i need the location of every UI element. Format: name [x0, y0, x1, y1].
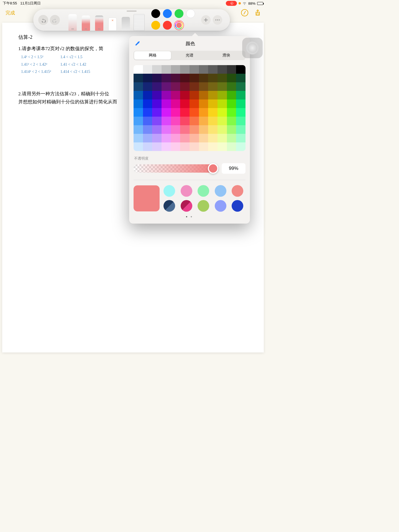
- grid-cell[interactable]: [199, 134, 208, 142]
- grid-cell[interactable]: [152, 134, 162, 142]
- grid-cell[interactable]: [180, 142, 190, 151]
- preset-swatch[interactable]: [198, 185, 209, 197]
- lasso-tool[interactable]: [120, 9, 131, 31]
- grid-cell[interactable]: [218, 99, 227, 108]
- grid-cell[interactable]: [208, 99, 218, 108]
- preset-swatch[interactable]: [181, 185, 192, 197]
- grid-cell[interactable]: [134, 125, 143, 134]
- grid-cell[interactable]: [134, 117, 143, 125]
- grid-cell[interactable]: [143, 142, 152, 151]
- opacity-slider-knob[interactable]: [208, 163, 218, 174]
- grid-cell[interactable]: [199, 125, 208, 134]
- grid-cell[interactable]: [180, 65, 190, 74]
- eraser-tool[interactable]: [107, 9, 118, 31]
- grid-cell[interactable]: [162, 117, 171, 125]
- grid-cell[interactable]: [143, 108, 152, 117]
- grid-cell[interactable]: [143, 117, 152, 125]
- grid-cell[interactable]: [236, 99, 245, 108]
- grid-cell[interactable]: [152, 91, 162, 99]
- grid-cell[interactable]: [236, 74, 245, 82]
- grid-cell[interactable]: [218, 82, 227, 91]
- grid-cell[interactable]: [162, 99, 171, 108]
- grid-cell[interactable]: [134, 91, 143, 99]
- grid-cell[interactable]: [134, 134, 143, 142]
- grid-cell[interactable]: [208, 82, 218, 91]
- grid-cell[interactable]: [171, 125, 180, 134]
- tab-sliders[interactable]: 滑块: [208, 51, 245, 60]
- grid-cell[interactable]: [190, 91, 199, 99]
- grid-cell[interactable]: [227, 125, 236, 134]
- grid-cell[interactable]: [218, 125, 227, 134]
- grid-cell[interactable]: [208, 134, 218, 142]
- grid-cell[interactable]: [162, 134, 171, 142]
- preset-swatch[interactable]: [163, 200, 175, 212]
- grid-cell[interactable]: [199, 117, 208, 125]
- grid-cell[interactable]: [218, 91, 227, 99]
- grid-cell[interactable]: [208, 142, 218, 151]
- grid-cell[interactable]: [171, 82, 180, 91]
- page-dots[interactable]: ● ●: [134, 215, 245, 218]
- grid-cell[interactable]: [227, 91, 236, 99]
- grid-cell[interactable]: [152, 74, 162, 82]
- grid-cell[interactable]: [227, 142, 236, 151]
- grid-cell[interactable]: [236, 65, 245, 74]
- grid-cell[interactable]: [143, 74, 152, 82]
- grid-cell[interactable]: [152, 125, 162, 134]
- grid-cell[interactable]: [236, 82, 245, 91]
- grid-cell[interactable]: [218, 74, 227, 82]
- grid-cell[interactable]: [180, 108, 190, 117]
- grid-cell[interactable]: [152, 142, 162, 151]
- screen-record-indicator[interactable]: [226, 1, 237, 6]
- grid-cell[interactable]: [199, 65, 208, 74]
- grid-cell[interactable]: [190, 99, 199, 108]
- grid-cell[interactable]: [162, 142, 171, 151]
- grid-cell[interactable]: [199, 91, 208, 99]
- grid-cell[interactable]: [134, 142, 143, 151]
- pencil-tool[interactable]: 53: [94, 9, 105, 31]
- grid-cell[interactable]: [218, 134, 227, 142]
- swatch-red[interactable]: [163, 21, 172, 30]
- grid-cell[interactable]: [171, 99, 180, 108]
- grid-cell[interactable]: [208, 125, 218, 134]
- share-icon[interactable]: [255, 9, 260, 16]
- grid-cell[interactable]: [171, 74, 180, 82]
- swatch-blue[interactable]: [163, 9, 172, 18]
- preset-swatch[interactable]: [232, 185, 243, 197]
- grid-cell[interactable]: [227, 74, 236, 82]
- tab-grid[interactable]: 网格: [134, 51, 171, 60]
- grid-cell[interactable]: [199, 108, 208, 117]
- markup-icon[interactable]: [241, 9, 248, 16]
- grid-cell[interactable]: [152, 99, 162, 108]
- grid-cell[interactable]: [236, 117, 245, 125]
- grid-cell[interactable]: [236, 142, 245, 151]
- grid-cell[interactable]: [143, 65, 152, 74]
- redo-button[interactable]: [50, 15, 60, 25]
- grid-cell[interactable]: [180, 91, 190, 99]
- grid-cell[interactable]: [143, 125, 152, 134]
- grid-cell[interactable]: [190, 117, 199, 125]
- grid-cell[interactable]: [218, 108, 227, 117]
- grid-cell[interactable]: [180, 82, 190, 91]
- grid-cell[interactable]: [190, 134, 199, 142]
- grid-cell[interactable]: [227, 117, 236, 125]
- undo-button[interactable]: [38, 15, 48, 25]
- swatch-green[interactable]: [175, 9, 183, 18]
- grid-cell[interactable]: [218, 117, 227, 125]
- grid-cell[interactable]: [171, 108, 180, 117]
- grid-cell[interactable]: [171, 134, 180, 142]
- grid-cell[interactable]: [218, 65, 227, 74]
- grid-cell[interactable]: [227, 82, 236, 91]
- grid-cell[interactable]: [171, 142, 180, 151]
- grid-cell[interactable]: [162, 82, 171, 91]
- grid-cell[interactable]: [134, 108, 143, 117]
- grid-cell[interactable]: [236, 125, 245, 134]
- grid-cell[interactable]: [143, 134, 152, 142]
- preset-swatch[interactable]: [181, 200, 192, 212]
- grid-cell[interactable]: [134, 65, 143, 74]
- grid-cell[interactable]: [190, 82, 199, 91]
- grid-cell[interactable]: [134, 99, 143, 108]
- grid-cell[interactable]: [162, 91, 171, 99]
- done-button[interactable]: 完成: [6, 10, 15, 16]
- pen-tool[interactable]: 99: [67, 9, 78, 31]
- grid-cell[interactable]: [208, 74, 218, 82]
